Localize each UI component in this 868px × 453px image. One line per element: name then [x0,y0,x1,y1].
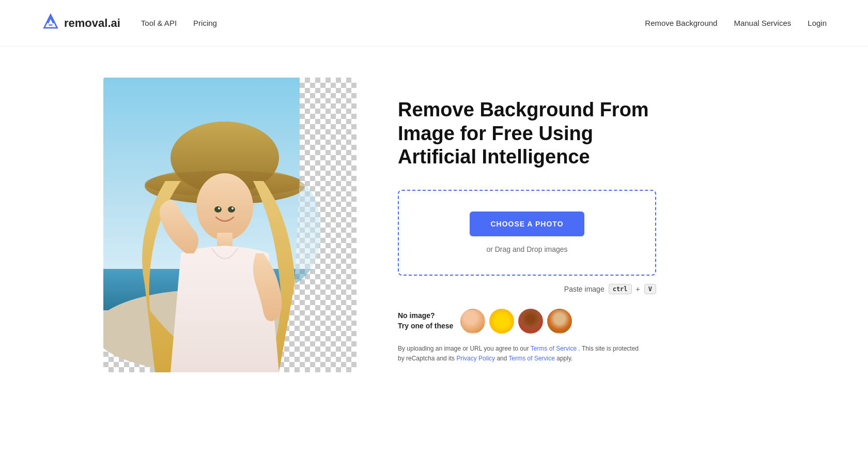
svg-point-11 [231,207,234,209]
drag-drop-text: or Drag and Drop images [486,245,567,253]
tos1-link[interactable]: Terms of Service [531,345,577,352]
svg-point-10 [218,207,220,209]
left-nav: Tool & API Pricing [141,19,217,27]
nav-tool-api[interactable]: Tool & API [141,19,177,27]
paste-row: Paste image ctrl + V [398,284,656,294]
main-content: Remove Background From Image for Free Us… [0,47,868,403]
svg-point-9 [228,206,235,213]
nav-manual-services[interactable]: Manual Services [734,19,791,27]
legal-text: By uploading an image or URL you agree t… [398,344,641,364]
sample-thumbnails [460,309,572,334]
nav-login[interactable]: Login [808,19,827,27]
privacy-link[interactable]: Privacy Policy [456,355,495,362]
sample-thumb-1[interactable] [460,309,485,334]
upload-drop-zone[interactable]: CHOOSE A PHOTO or Drag and Drop images [398,190,656,276]
v-key: V [644,284,656,294]
site-header: removal.ai Tool & API Pricing Remove Bac… [0,0,868,47]
choose-photo-button[interactable]: CHOOSE A PHOTO [470,212,584,236]
no-image-row: No image? Try one of these [398,309,656,334]
svg-point-8 [214,206,222,213]
hero-illustration [103,78,357,372]
nav-remove-background[interactable]: Remove Background [645,19,717,27]
logo-text: removal.ai [64,17,120,30]
hero-content: Remove Background From Image for Free Us… [398,78,656,364]
no-image-text: No image? Try one of these [398,311,453,331]
sample-thumb-2[interactable] [489,309,514,334]
logo-icon [41,13,60,34]
nav-pricing[interactable]: Pricing [193,19,217,27]
sample-thumb-4[interactable] [547,309,572,334]
plus-sign: + [636,285,640,293]
tos2-link[interactable]: Terms of Service [509,355,555,362]
hero-image [103,78,357,372]
header-right: Remove Background Manual Services Login [645,19,827,27]
paste-label: Paste image [564,285,605,293]
ctrl-key: ctrl [609,284,632,294]
logo[interactable]: removal.ai [41,13,120,34]
hero-title: Remove Background From Image for Free Us… [398,98,656,169]
sample-thumb-3[interactable] [518,309,543,334]
header-left: removal.ai Tool & API Pricing [41,13,217,34]
svg-point-6 [196,173,253,240]
